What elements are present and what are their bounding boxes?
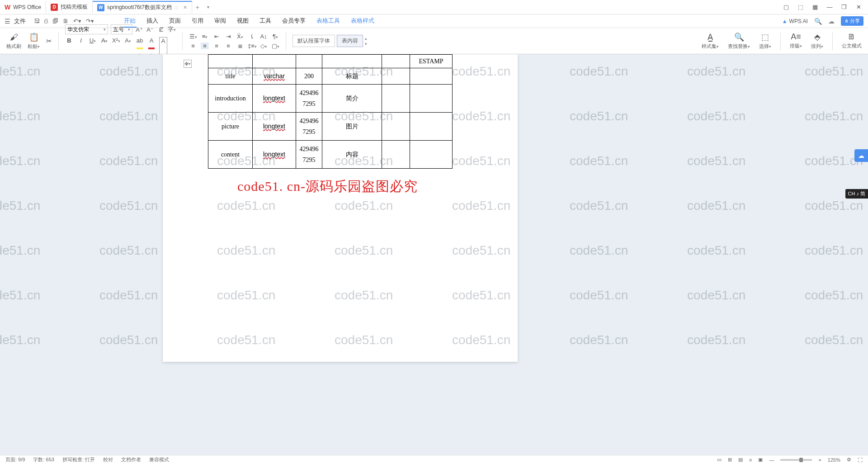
view-grid-icon[interactable]: ⊞ [728, 457, 732, 463]
status-mode[interactable]: 兼容模式 [149, 456, 169, 463]
line-spacing-icon[interactable]: ‡≡▾ [248, 43, 256, 49]
style-table-content[interactable]: 表内容 [337, 35, 363, 47]
menu-review[interactable]: 审阅 [213, 15, 227, 28]
distribute-icon[interactable]: ≣ [236, 43, 244, 49]
status-words[interactable]: 字数: 653 [33, 456, 54, 463]
watermark: code51.cn [687, 154, 745, 168]
wps-ai-button[interactable]: ▲WPS AI [782, 18, 808, 24]
status-page[interactable]: 页面: 9/9 [5, 456, 25, 463]
zoom-value[interactable]: 125% [828, 457, 840, 463]
bullet-list-icon[interactable]: ☰▾ [189, 33, 197, 40]
maximize-icon[interactable]: ❐ [840, 4, 848, 10]
undo-icon[interactable]: ↶▾ [73, 18, 81, 24]
watermark: code51.cn [805, 199, 863, 213]
close-window-icon[interactable]: ✕ [854, 4, 863, 10]
align-right-icon[interactable]: ≡ [212, 43, 221, 49]
style-default[interactable]: 默认段落字体 [292, 35, 335, 47]
banner-text: code51. cn-源码乐园盗图必究 [237, 177, 418, 196]
close-icon[interactable]: ✕ [183, 5, 187, 10]
clear-format-icon[interactable]: Ȼ [157, 26, 165, 33]
docmode-button[interactable]: 🗎公文模式 [842, 32, 862, 50]
style-up-icon[interactable]: ▴ [365, 36, 367, 41]
table-row: ESTAMP [208, 55, 453, 68]
view-read-icon[interactable]: ▣ [758, 457, 763, 463]
table-row: titlevarchar200标题 [208, 68, 453, 85]
layout-button[interactable]: A≡排版▾ [790, 32, 802, 50]
sort-icon[interactable]: A↕ [259, 33, 268, 40]
watermark: code51.cn [805, 109, 863, 123]
file-menu[interactable]: 文件 [14, 17, 26, 25]
style-down-icon[interactable]: ▾ [365, 42, 367, 46]
watermark: code51.cn [0, 154, 40, 168]
search-icon[interactable]: 🔍 [814, 18, 822, 25]
zoom-in-icon[interactable]: + [818, 457, 821, 463]
number-list-icon[interactable]: ≡▾ [201, 33, 209, 40]
align-center-icon[interactable]: ≡ [201, 43, 209, 49]
indent-left-icon[interactable]: ⇤ [212, 33, 221, 40]
watermark: code51.cn [570, 333, 628, 347]
share-button[interactable]: ⋔ 分享 [841, 16, 863, 26]
settings-icon[interactable]: ⚙ [847, 457, 851, 463]
menu-table-tools[interactable]: 表格工具 [316, 15, 341, 28]
table-handle-icon[interactable]: ✥▾ [184, 60, 192, 68]
watermark: code51.cn [805, 243, 863, 258]
decrease-font-icon[interactable]: A⁻ [146, 26, 154, 33]
align-justify-icon[interactable]: ≡ [224, 43, 232, 49]
cloud-icon[interactable]: ☁ [828, 18, 835, 25]
size-select[interactable]: 五号▾ [111, 24, 132, 34]
status-proof[interactable]: 校对 [103, 456, 113, 463]
tab-wps-office[interactable]: WWPS Office [0, 1, 46, 14]
hamburger-icon[interactable]: ☰ [5, 18, 10, 25]
increase-font-icon[interactable]: A⁺ [135, 26, 143, 33]
tab-template[interactable]: D找稿壳模板 [46, 1, 93, 14]
shading-icon[interactable]: ◇▾ [259, 43, 268, 49]
document-canvas[interactable]: ✥▾ ESTAMP titlevarchar200标题 introduction… [0, 54, 868, 455]
zoom-slider[interactable] [780, 459, 812, 461]
tab-add-button[interactable]: + [192, 4, 203, 11]
menu-table-style[interactable]: 表格样式 [350, 15, 375, 28]
view-web-icon[interactable]: ▤ [738, 457, 743, 463]
phonetic-icon[interactable]: 字▾ [168, 25, 176, 33]
view-book-icon[interactable]: ▭ [717, 457, 722, 463]
status-spell[interactable]: 拼写检查: 打开 [62, 456, 95, 463]
tab-dropdown[interactable]: ▾ [203, 5, 214, 9]
cloud-badge-icon[interactable]: ☁ [854, 149, 868, 162]
toolbar: 🖌格式刷 📋粘贴▾ ✂ 华文仿宋▾ 五号▾ A⁺ A⁻ Ȼ 字▾ B I U▾ … [0, 28, 868, 54]
find-replace-button[interactable]: 🔍查找替换▾ [728, 32, 750, 50]
status-author[interactable]: 文档作者 [121, 456, 141, 463]
styleset-button[interactable]: A̲样式集▾ [702, 32, 719, 50]
menu-reference[interactable]: 引用 [191, 15, 204, 28]
export-icon[interactable]: 🗎 [63, 18, 69, 24]
watermark: code51.cn [805, 64, 863, 79]
print-preview-icon[interactable]: 🗐 [52, 18, 58, 24]
arrange-button[interactable]: ⬘排列▾ [811, 32, 823, 50]
align-left-icon[interactable]: ≡ [189, 43, 197, 49]
show-marks-icon[interactable]: ¶▾ [271, 33, 279, 40]
tab-document[interactable]: Wspringboott76t7数据库文档◌✕ [93, 1, 192, 14]
border-icon[interactable]: ▢▾ [271, 43, 279, 49]
indent-right-icon[interactable]: ⇥ [224, 33, 232, 40]
data-table[interactable]: ESTAMP titlevarchar200标题 introductionlon… [208, 54, 453, 169]
save-icon[interactable]: 🖫 [34, 18, 40, 24]
ime-badge[interactable]: CH ♪ 简 [845, 189, 868, 199]
select-button[interactable]: ⬚选择▾ [759, 32, 771, 50]
expand-icon[interactable]: ⛶ [858, 457, 863, 463]
redo-icon[interactable]: ↷▾ [86, 18, 94, 24]
menu-tools[interactable]: 工具 [259, 15, 272, 28]
watermark: code51.cn [0, 333, 40, 347]
clear-icon[interactable]: ⤹ [248, 33, 256, 40]
paste-button[interactable]: 📋粘贴▾ [28, 32, 40, 50]
font-select[interactable]: 华文仿宋▾ [65, 24, 108, 34]
minimize-icon[interactable]: — [826, 4, 834, 10]
view-outline-icon[interactable]: ≡ [749, 457, 752, 463]
menu-vip[interactable]: 会员专享 [281, 15, 307, 28]
format-painter-button[interactable]: 🖌格式刷 [6, 33, 21, 50]
win-user-icon[interactable]: ▦ [811, 4, 819, 10]
cut-button[interactable]: ✂ [46, 37, 52, 45]
menu-view[interactable]: 视图 [236, 15, 250, 28]
zoom-out-icon[interactable]: — [769, 457, 774, 463]
win-square-icon[interactable]: ▢ [782, 4, 790, 10]
print-icon[interactable]: ⎙ [44, 18, 48, 24]
char-spacing-icon[interactable]: Ẍ▾ [236, 33, 244, 40]
win-cube-icon[interactable]: ⬚ [797, 4, 805, 10]
